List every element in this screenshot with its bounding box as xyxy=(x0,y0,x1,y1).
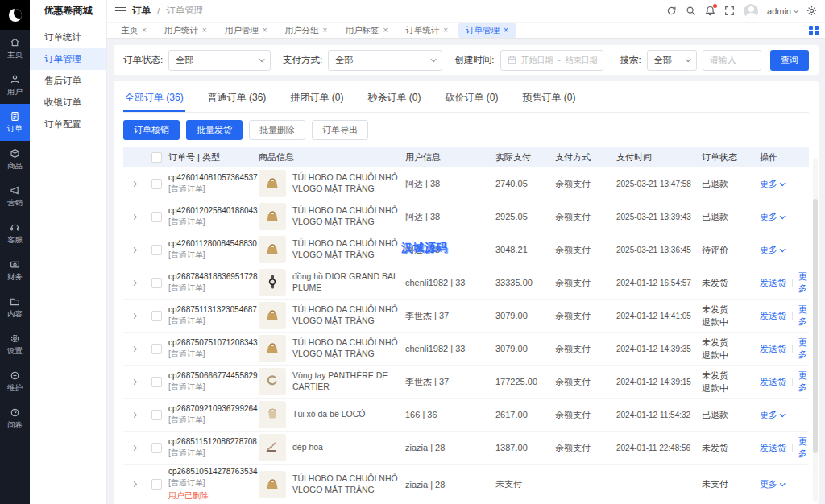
rail-item-客服[interactable]: 客服 xyxy=(0,215,30,252)
rail-item-用户[interactable]: 用户 xyxy=(0,67,30,104)
tab-主页[interactable]: 主页× xyxy=(114,23,154,38)
row-checkbox-cell xyxy=(144,410,168,420)
close-icon[interactable]: × xyxy=(443,26,448,35)
sidebar-item-订单配置[interactable]: 订单配置 xyxy=(30,114,106,135)
menu-toggle-icon[interactable] xyxy=(115,7,126,15)
more-button[interactable]: 更多 xyxy=(760,244,784,256)
rail-item-问卷[interactable]: 问卷 xyxy=(0,400,30,437)
row-checkbox[interactable] xyxy=(151,410,162,420)
expand-icon[interactable] xyxy=(131,279,136,285)
more-button[interactable]: 更多 xyxy=(798,271,809,295)
ship-button[interactable]: 发送货 xyxy=(760,442,786,454)
more-button[interactable]: 更多 xyxy=(760,478,784,490)
tab-用户分组[interactable]: 用户分组× xyxy=(278,23,335,38)
product-cell: TÚI HOBO DA CHUỖI NHỎ VLOGO MẶT TRĂNG xyxy=(259,170,405,197)
row-checkbox[interactable] xyxy=(151,245,162,255)
search-icon[interactable] xyxy=(686,6,696,16)
order-tab-全部订单 (36)[interactable]: 全部订单 (36) xyxy=(123,85,185,112)
order-tab-秒杀订单 (0)[interactable]: 秒杀订单 (0) xyxy=(366,85,422,112)
breadcrumb-root[interactable]: 订单 xyxy=(132,5,151,17)
expand-icon[interactable] xyxy=(131,378,136,384)
tab-订单管理[interactable]: 订单管理× xyxy=(458,23,516,38)
tab-用户标签[interactable]: 用户标签× xyxy=(338,23,395,38)
批量发货-button[interactable]: 批量发货 xyxy=(186,120,243,140)
more-button[interactable]: 更多 xyxy=(798,436,809,460)
sidebar-item-订单管理[interactable]: 订单管理 xyxy=(30,48,106,70)
search-scope-select[interactable]: 全部 xyxy=(647,50,697,71)
tab-用户管理[interactable]: 用户管理× xyxy=(218,23,275,38)
avatar[interactable] xyxy=(744,4,758,19)
close-icon[interactable]: × xyxy=(383,26,388,35)
expand-icon[interactable] xyxy=(131,411,136,417)
tab-options-icon[interactable] xyxy=(809,26,819,35)
order-status-select[interactable]: 全部 xyxy=(168,50,271,71)
row-checkbox[interactable] xyxy=(151,377,162,387)
filter-bar: 订单状态: 全部 支付方式: 全部 创建时间: 开始日期 - 结束日期 搜索: xyxy=(114,45,819,75)
订单核销-button[interactable]: 订单核销 xyxy=(123,120,180,140)
expand-icon[interactable] xyxy=(131,180,136,186)
ship-button[interactable]: 发送货 xyxy=(760,343,786,355)
row-checkbox[interactable] xyxy=(151,479,162,490)
批量删除-button[interactable]: 批量删除 xyxy=(249,120,305,140)
select-all-checkbox[interactable] xyxy=(151,152,162,163)
more-button[interactable]: 更多 xyxy=(798,304,809,328)
more-button[interactable]: 更多 xyxy=(760,409,784,421)
date-range-picker[interactable]: 开始日期 - 结束日期 xyxy=(500,50,603,71)
app-logo[interactable] xyxy=(0,0,30,30)
rail-item-主页[interactable]: 主页 xyxy=(0,30,30,67)
rail-item-商品[interactable]: 商品 xyxy=(0,141,30,178)
row-checkbox[interactable] xyxy=(151,212,162,222)
notification-bell-icon[interactable] xyxy=(705,6,715,16)
row-checkbox[interactable] xyxy=(151,179,162,189)
sidebar-item-售后订单[interactable]: 售后订单 xyxy=(30,70,106,92)
expand-icon[interactable] xyxy=(131,345,136,351)
tab-用户统计[interactable]: 用户统计× xyxy=(157,23,214,38)
ship-button[interactable]: 发送货 xyxy=(760,376,786,388)
more-button[interactable]: 更多 xyxy=(798,337,809,361)
ship-button[interactable]: 发送货 xyxy=(760,310,786,322)
scrollbar-thumb[interactable] xyxy=(813,199,818,453)
more-button[interactable]: 更多 xyxy=(760,178,784,190)
user-menu[interactable]: admin xyxy=(767,6,798,16)
gear-icon[interactable] xyxy=(806,6,817,16)
expand-icon[interactable] xyxy=(131,213,136,219)
rail-item-订单[interactable]: 订单 xyxy=(0,104,30,141)
user-info-cell: 阿达 | 38 xyxy=(405,211,495,223)
close-icon[interactable]: × xyxy=(142,26,147,35)
订单导出-button[interactable]: 订单导出 xyxy=(312,120,368,140)
close-icon[interactable]: × xyxy=(323,26,328,35)
close-icon[interactable]: × xyxy=(202,26,207,35)
row-checkbox[interactable] xyxy=(151,311,162,321)
expand-icon[interactable] xyxy=(131,312,136,318)
rail-item-维护[interactable]: 维护 xyxy=(0,363,30,400)
order-tab-预售订单 (0)[interactable]: 预售订单 (0) xyxy=(520,85,577,112)
rail-item-内容[interactable]: 内容 xyxy=(0,289,30,326)
order-tab-普通订单 (36)[interactable]: 普通订单 (36) xyxy=(206,85,268,112)
row-checkbox[interactable] xyxy=(151,278,162,288)
row-checkbox[interactable] xyxy=(151,443,162,453)
order-tab-砍价订单 (0)[interactable]: 砍价订单 (0) xyxy=(443,85,500,112)
close-icon[interactable]: × xyxy=(504,26,508,35)
sidebar-item-订单统计[interactable]: 订单统计 xyxy=(30,27,106,48)
expand-icon[interactable] xyxy=(131,246,136,252)
row-checkbox[interactable] xyxy=(151,344,162,354)
refresh-icon[interactable] xyxy=(666,6,677,16)
tab-订单统计[interactable]: 订单统计× xyxy=(398,23,455,38)
more-button[interactable]: 更多 xyxy=(760,211,784,223)
scrollbar-track[interactable] xyxy=(813,158,818,502)
search-input[interactable]: 请输入 xyxy=(703,50,761,71)
sidebar-item-收银订单[interactable]: 收银订单 xyxy=(30,92,106,114)
close-icon[interactable]: × xyxy=(263,26,267,35)
expand-icon[interactable] xyxy=(131,481,136,487)
rail-item-财务[interactable]: 财务 xyxy=(0,252,30,289)
expand-icon[interactable] xyxy=(131,444,136,450)
rail-item-营销[interactable]: 营销 xyxy=(0,178,30,215)
order-tab-拼团订单 (0)[interactable]: 拼团订单 (0) xyxy=(288,85,345,112)
more-button[interactable]: 更多 xyxy=(798,370,809,394)
rail-item-设置[interactable]: 设置 xyxy=(0,326,30,363)
pay-method-select[interactable]: 全部 xyxy=(328,50,442,71)
ship-button[interactable]: 发送货 xyxy=(760,277,786,289)
fullscreen-icon[interactable] xyxy=(724,6,735,16)
search-scope-value: 全部 xyxy=(654,54,672,66)
search-button[interactable]: 查询 xyxy=(770,50,809,71)
